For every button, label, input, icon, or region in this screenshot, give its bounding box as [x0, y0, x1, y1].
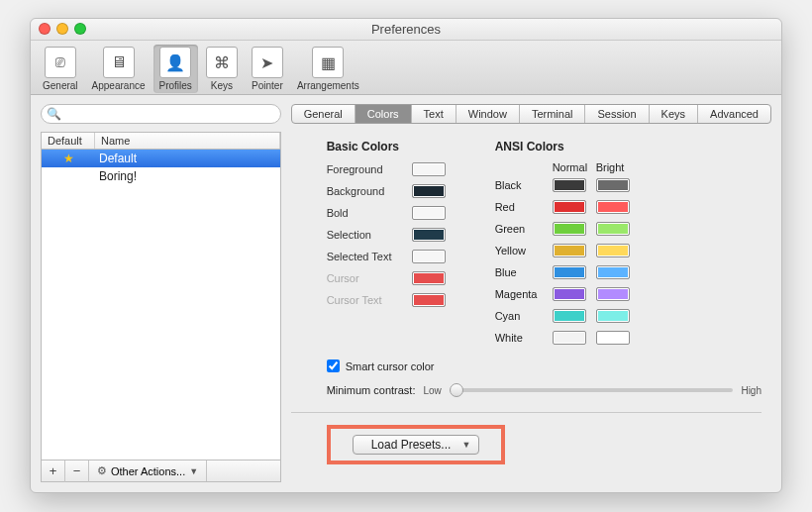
- search-icon: 🔍: [47, 107, 61, 121]
- ansi-label: Cyan: [495, 310, 553, 322]
- ansi-normal-swatch[interactable]: [553, 331, 586, 345]
- remove-button[interactable]: −: [65, 461, 89, 482]
- toolbar: ⎚General 🖥Appearance 👤Profiles ⌘Keys ➤Po…: [31, 41, 781, 95]
- slider-thumb[interactable]: [450, 383, 463, 397]
- color-swatch[interactable]: [412, 250, 446, 263]
- smart-cursor-checkbox[interactable]: [327, 359, 340, 372]
- list-footer: + − ⚙ Other Actions... ▼: [41, 461, 281, 482]
- tab-colors[interactable]: Colors: [355, 105, 412, 123]
- ansi-row: Red: [495, 199, 640, 215]
- ansi-normal-swatch[interactable]: [553, 200, 586, 214]
- contrast-label: Minimum contrast:: [327, 384, 416, 396]
- tab-session[interactable]: Session: [585, 105, 649, 123]
- profile-name: Boring!: [95, 169, 280, 183]
- toolbar-profiles[interactable]: 👤Profiles: [153, 45, 198, 93]
- toolbar-pointer[interactable]: ➤Pointer: [246, 45, 289, 93]
- ansi-normal-swatch[interactable]: [553, 309, 586, 323]
- contrast-low-label: Low: [423, 385, 441, 396]
- ansi-row: Yellow: [495, 243, 640, 258]
- chevron-down-icon: ▼: [189, 466, 198, 476]
- ansi-bright-swatch[interactable]: [596, 200, 630, 214]
- tab-terminal[interactable]: Terminal: [520, 105, 586, 123]
- sliders-icon: ⎚: [45, 47, 76, 78]
- list-item[interactable]: Boring!: [42, 167, 280, 185]
- settings-tabs: General Colors Text Window Terminal Sess…: [291, 104, 771, 124]
- profile-list[interactable]: ★ Default Boring!: [41, 149, 281, 461]
- color-swatch[interactable]: [412, 228, 446, 242]
- titlebar: Preferences: [31, 19, 781, 41]
- color-swatch[interactable]: [412, 271, 446, 285]
- load-presets-button[interactable]: Load Presets... ▼: [353, 435, 480, 455]
- chevron-down-icon: ▼: [461, 440, 470, 450]
- contrast-slider[interactable]: [450, 388, 734, 392]
- search-input[interactable]: [41, 104, 281, 124]
- pointer-icon: ➤: [252, 47, 283, 78]
- toolbar-keys[interactable]: ⌘Keys: [200, 45, 244, 93]
- tab-general[interactable]: General: [292, 105, 355, 123]
- gear-icon: ⚙: [97, 464, 107, 477]
- ansi-row: Blue: [495, 264, 640, 280]
- search-wrap: 🔍: [41, 104, 281, 126]
- ansi-label: Black: [495, 179, 553, 191]
- ansi-bright-swatch[interactable]: [596, 244, 630, 257]
- add-button[interactable]: +: [42, 461, 65, 482]
- divider: [291, 412, 761, 413]
- header-default[interactable]: Default: [42, 133, 95, 149]
- preferences-window: Preferences ⎚General 🖥Appearance 👤Profil…: [30, 18, 782, 493]
- content: 🔍 Default Name ★ Default Boring! + −: [31, 96, 781, 492]
- traffic-lights: [39, 23, 86, 35]
- close-icon[interactable]: [39, 23, 51, 35]
- tab-window[interactable]: Window: [457, 105, 520, 123]
- color-swatch[interactable]: [412, 293, 446, 307]
- ansi-bright-swatch[interactable]: [596, 287, 630, 301]
- list-item[interactable]: ★ Default: [42, 150, 280, 167]
- tab-keys[interactable]: Keys: [650, 105, 698, 123]
- toolbar-appearance[interactable]: 🖥Appearance: [86, 45, 152, 93]
- ansi-row: Black: [495, 177, 640, 193]
- ansi-label: Yellow: [495, 245, 553, 256]
- ansi-normal-swatch[interactable]: [553, 265, 586, 279]
- zoom-icon[interactable]: [74, 23, 86, 35]
- minimize-icon[interactable]: [56, 23, 68, 35]
- ansi-bright-swatch[interactable]: [596, 222, 630, 236]
- ansi-label: Blue: [495, 266, 553, 278]
- window-title: Preferences: [371, 22, 441, 37]
- ansi-normal-swatch[interactable]: [553, 287, 586, 301]
- ansi-row: Magenta: [495, 286, 640, 302]
- ansi-normal-swatch[interactable]: [553, 244, 586, 257]
- toolbar-arrangements[interactable]: ▦Arrangements: [291, 45, 365, 93]
- ansi-bright-swatch[interactable]: [596, 309, 630, 323]
- color-swatch[interactable]: [412, 206, 446, 220]
- ansi-header: Normal Bright: [495, 161, 640, 173]
- ansi-normal-swatch[interactable]: [553, 178, 586, 192]
- tab-text[interactable]: Text: [412, 105, 457, 123]
- color-row: Bold: [327, 205, 446, 221]
- smart-cursor-label: Smart cursor color: [346, 360, 435, 372]
- toolbar-general[interactable]: ⎚General: [37, 45, 84, 93]
- ansi-bright-swatch[interactable]: [596, 331, 630, 345]
- list-header: Default Name: [41, 132, 281, 149]
- color-label: Foreground: [327, 163, 412, 175]
- profile-icon: 👤: [159, 47, 191, 78]
- other-actions-menu[interactable]: ⚙ Other Actions... ▼: [89, 461, 207, 481]
- header-name[interactable]: Name: [95, 133, 280, 149]
- color-row: Cursor: [327, 270, 446, 286]
- ansi-bright-swatch[interactable]: [596, 265, 630, 279]
- tab-advanced[interactable]: Advanced: [698, 105, 770, 123]
- contrast-high-label: High: [741, 385, 761, 396]
- settings-panel: General Colors Text Window Terminal Sess…: [291, 104, 771, 482]
- other-actions-label: Other Actions...: [111, 465, 185, 477]
- color-label: Background: [327, 185, 412, 197]
- color-row: Foreground: [327, 161, 446, 177]
- load-presets-label: Load Presets...: [371, 438, 452, 452]
- color-swatch[interactable]: [412, 162, 446, 176]
- ansi-colors-section: ANSI Colors Normal Bright BlackRedGreenY…: [495, 140, 640, 352]
- ansi-normal-swatch[interactable]: [553, 222, 586, 236]
- color-row: Selection: [327, 227, 446, 243]
- color-label: Selection: [327, 229, 412, 241]
- colors-pane: Basic Colors ForegroundBackgroundBoldSel…: [291, 134, 771, 482]
- ansi-row: White: [495, 330, 640, 346]
- profile-name: Default: [95, 152, 280, 165]
- color-swatch[interactable]: [412, 184, 446, 198]
- ansi-bright-swatch[interactable]: [596, 178, 630, 192]
